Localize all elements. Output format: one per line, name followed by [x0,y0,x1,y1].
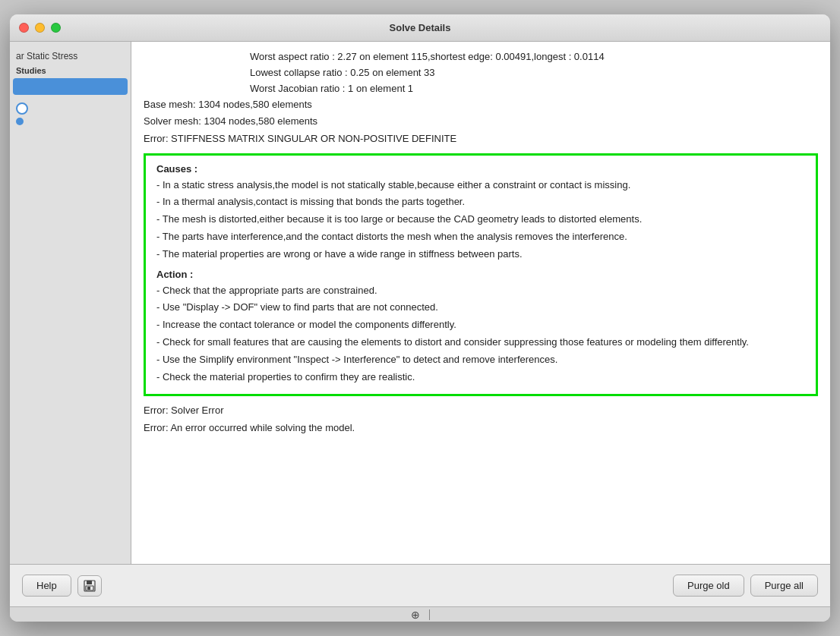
content-pane: Worst aspect ratio : 2.27 on element 115… [131,42,830,564]
sidebar-header: ar Static Stress [10,48,131,65]
cause-item-1: - In a static stress analysis,the model … [156,178,805,194]
sidebar-section-title: Studies [10,65,131,77]
action-item-6: - Check the material properties to confi… [156,370,805,386]
bottom-bar: Help Purge old Purge all [10,564,830,606]
error-line-1: Error: STIFFNESS MATRIX SINGULAR OR NON-… [144,131,818,147]
action-item-1: - Check that the appropriate parts are c… [156,283,805,299]
causes-action-box: Causes : - In a static stress analysis,t… [144,153,818,397]
action-item-4: - Check for small features that are caus… [156,335,805,351]
svg-rect-1 [87,581,92,584]
action-item-5: - Use the Simplify environment "Inspect … [156,352,805,368]
minimize-button[interactable] [35,23,45,33]
circle-outline-icon [16,102,28,115]
help-button[interactable]: Help [22,575,71,597]
purge-old-button[interactable]: Purge old [673,575,744,597]
cause-item-4: - The parts have interference,and the co… [156,229,805,245]
window-title: Solve Details [390,22,451,33]
svg-rect-3 [87,587,90,590]
info-line-5: Solver mesh: 1304 nodes,580 elements [144,113,818,130]
save-button[interactable] [77,575,102,597]
action-item-2: - Use "Display -> DOF" view to find part… [156,300,805,316]
after-box-line-2: Error: An error occurred while solving t… [144,420,818,436]
info-line-3: Worst Jacobian ratio : 1 on element 1 [144,81,818,97]
sidebar-active-item[interactable] [13,78,128,95]
save-icon [84,580,96,592]
bottom-bar-right: Purge old Purge all [673,575,818,597]
zoom-button[interactable] [51,23,61,33]
sidebar-icons [10,96,131,131]
cause-item-2: - In a thermal analysis,contact is missi… [156,194,805,210]
content-scroll[interactable]: Worst aspect ratio : 2.27 on element 115… [131,42,830,564]
sidebar-icon-row-2 [16,118,125,125]
sidebar: ar Static Stress Studies [10,42,131,564]
info-line-2: Lowest collapse ratio : 0.25 on element … [144,65,818,81]
purge-all-button[interactable]: Purge all [750,575,818,597]
title-bar: Solve Details [10,14,830,42]
sidebar-icon-row-1 [16,102,125,115]
causes-title: Causes : [156,163,805,175]
status-bar-icons: ⊕ [411,609,430,621]
info-line-1: Worst aspect ratio : 2.27 on element 115… [144,49,818,65]
after-box-line-1: Error: Solver Error [144,402,818,419]
main-area: ar Static Stress Studies Worst aspect ra… [10,42,830,564]
close-button[interactable] [19,23,29,33]
main-window: Solve Details ar Static Stress Studies W… [10,14,830,622]
status-bar: ⊕ [10,606,830,622]
dot-icon [16,118,24,125]
action-item-3: - Increase the contact tolerance or mode… [156,317,805,333]
cause-item-5: - The material properties are wrong or h… [156,247,805,263]
separator [429,609,430,620]
window-controls [19,23,61,33]
info-line-4: Base mesh: 1304 nodes,580 elements [144,96,818,113]
action-title: Action : [156,269,805,280]
add-icon[interactable]: ⊕ [411,609,420,621]
cause-item-3: - The mesh is distorted,either because i… [156,212,805,228]
